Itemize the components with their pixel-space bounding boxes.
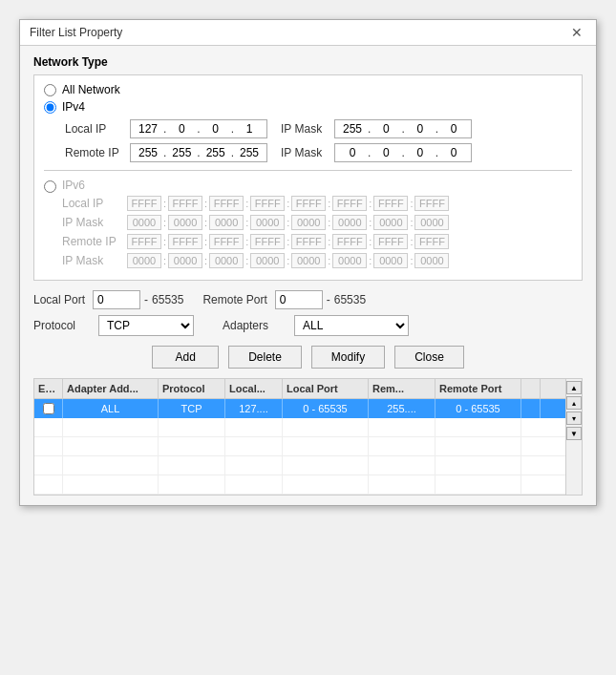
col-exclude: Excl...	[34, 379, 63, 398]
row-remote: 255....	[369, 399, 435, 418]
ipv6-mask-box: 0000 : 0000 : 0000 : 0000 : 0000 : 0000 …	[127, 215, 449, 230]
table-wrapper: Excl... Adapter Add... Protocol Local...…	[34, 379, 582, 495]
row-local-port: 0 - 65535	[283, 399, 369, 418]
ip-mask2-octet1[interactable]	[339, 146, 366, 159]
ip-mask2-octet2[interactable]	[372, 146, 399, 159]
local-ip-octet4[interactable]	[236, 122, 263, 136]
row-scroll-cell	[521, 399, 541, 418]
ipv6-remote-ip-row: Remote IP FFFF : FFFF : FFFF : FFFF : FF…	[62, 234, 572, 249]
remote-ip-octet3[interactable]	[202, 146, 229, 159]
protocol-select[interactable]: TCP UDP ALL	[98, 315, 194, 336]
ipv4-row: IPv4	[44, 100, 572, 114]
local-ip-octet3[interactable]	[202, 122, 229, 136]
remote-port-label: Remote Port	[202, 293, 266, 306]
ip-mask1-octet2[interactable]	[372, 122, 399, 136]
all-network-radio[interactable]	[44, 84, 56, 96]
ip-mask2-octet4[interactable]	[440, 146, 467, 159]
ipv6-remote-ip-label: Remote IP	[62, 235, 127, 248]
ip-mask1-octet4[interactable]	[440, 122, 467, 136]
ipv6-radio-row: IPv6 Local IP FFFF : FFFF : FFFF : FFFF	[44, 179, 572, 272]
ip-mask1-octet3[interactable]	[407, 122, 434, 136]
dialog-content: Network Type All Network IPv4 Local IP	[20, 46, 596, 505]
scroll-down-button[interactable]: ▼	[566, 427, 582, 440]
empty-row-4	[34, 475, 565, 495]
local-ip-octet1[interactable]	[135, 122, 161, 136]
title-bar: Filter List Property ✕	[20, 20, 596, 46]
row-local: 127....	[225, 399, 283, 418]
network-type-section: All Network IPv4 Local IP . .	[33, 74, 583, 281]
col-remote: Rem...	[369, 379, 435, 398]
add-button[interactable]: Add	[152, 346, 219, 369]
scroll-up2-button[interactable]: ▴	[566, 396, 582, 410]
ipv6-mask2-box: 0000 : 0000 : 0000 : 0000 : 0000 : 0000 …	[127, 253, 449, 268]
ipv6-local-ip-label: Local IP	[62, 197, 127, 210]
ipv4-section: Local IP . . . IP Mask .	[65, 119, 572, 162]
row-adapter: ALL	[63, 399, 159, 418]
divider1	[44, 170, 572, 171]
empty-row-3	[34, 456, 565, 475]
scrollbar: ▲ ▴ ▾ ▼	[565, 379, 582, 495]
all-network-label: All Network	[62, 83, 120, 96]
local-port-input[interactable]	[93, 290, 140, 309]
button-row: Add Delete Modify Close	[33, 346, 583, 369]
local-ip-octet2[interactable]	[168, 122, 195, 136]
ip-mask-label2: IP Mask	[281, 146, 329, 159]
local-port-range: 65535	[152, 293, 183, 306]
col-scroll-header	[521, 379, 541, 398]
ipv4-radio[interactable]	[44, 101, 56, 114]
remote-ip-label: Remote IP	[65, 146, 130, 159]
ipv6-local-ip-box: FFFF : FFFF : FFFF : FFFF : FFFF : FFFF …	[127, 196, 449, 211]
remote-ip-box: . . .	[130, 143, 267, 162]
ip-mask-label1: IP Mask	[281, 122, 329, 136]
table-header: Excl... Adapter Add... Protocol Local...…	[34, 379, 565, 399]
ip-mask2-octet3[interactable]	[407, 146, 434, 159]
row-remote-port: 0 - 65535	[435, 399, 521, 418]
remote-port-range: 65535	[334, 293, 366, 306]
table-main: Excl... Adapter Add... Protocol Local...…	[34, 379, 565, 495]
adapters-select[interactable]: ALL	[294, 315, 409, 336]
remote-port-group: Remote Port - 65535	[202, 290, 366, 309]
remote-port-input[interactable]	[275, 290, 323, 309]
local-ip-box: . . .	[130, 119, 267, 138]
filter-table: Excl... Adapter Add... Protocol Local...…	[33, 378, 583, 496]
col-local-port: Local Port	[283, 379, 369, 398]
col-adapter: Adapter Add...	[63, 379, 159, 398]
ip-mask2-box: . . .	[334, 143, 472, 162]
row-exclude	[34, 399, 63, 418]
local-ip-label: Local IP	[65, 122, 130, 136]
remote-ip-row: Remote IP . . . IP Mask .	[65, 143, 572, 162]
ipv6-mask-label: IP Mask	[62, 216, 127, 229]
col-local: Local...	[225, 379, 283, 398]
remote-ip-octet1[interactable]	[135, 146, 161, 159]
ipv6-content: IPv6 Local IP FFFF : FFFF : FFFF : FFFF	[62, 179, 572, 272]
protocol-label: Protocol	[33, 319, 89, 332]
ipv6-remote-ip-box: FFFF : FFFF : FFFF : FFFF : FFFF : FFFF …	[127, 234, 449, 249]
row-protocol: TCP	[159, 399, 225, 418]
exclude-checkbox[interactable]	[43, 403, 54, 414]
protocol-section: Protocol TCP UDP ALL Adapters ALL	[33, 315, 583, 336]
ipv6-radio[interactable]	[44, 180, 56, 193]
dialog-title: Filter List Property	[30, 26, 122, 39]
ip-mask1-box: . . .	[334, 119, 472, 138]
all-network-row: All Network	[44, 83, 572, 96]
local-port-group: Local Port - 65535	[33, 290, 183, 309]
scroll-up-button[interactable]: ▲	[566, 381, 582, 394]
ipv6-mask-row: IP Mask 0000 : 0000 : 0000 : 0000 : 0000…	[62, 215, 572, 230]
modify-button[interactable]: Modify	[311, 346, 385, 369]
delete-button[interactable]: Delete	[228, 346, 302, 369]
remote-ip-octet2[interactable]	[168, 146, 195, 159]
ipv6-mask2-row: IP Mask 0000 : 0000 : 0000 : 0000 : 0000…	[62, 253, 572, 268]
close-icon[interactable]: ✕	[567, 26, 586, 39]
empty-row-2	[34, 437, 565, 456]
ip-mask1-octet1[interactable]	[339, 122, 366, 136]
remote-ip-octet4[interactable]	[236, 146, 263, 159]
scroll-down2-button[interactable]: ▾	[566, 411, 582, 425]
filter-list-property-dialog: Filter List Property ✕ Network Type All …	[19, 19, 597, 506]
ipv4-label: IPv4	[62, 100, 85, 114]
table-row[interactable]: ALL TCP 127.... 0 - 65535 255.... 0 - 65…	[34, 399, 565, 418]
ipv6-local-ip-row: Local IP FFFF : FFFF : FFFF : FFFF : FFF…	[62, 196, 572, 211]
local-port-label: Local Port	[33, 293, 85, 306]
empty-row-1	[34, 418, 565, 437]
close-dialog-button[interactable]: Close	[394, 346, 464, 369]
adapters-label: Adapters	[223, 319, 285, 332]
